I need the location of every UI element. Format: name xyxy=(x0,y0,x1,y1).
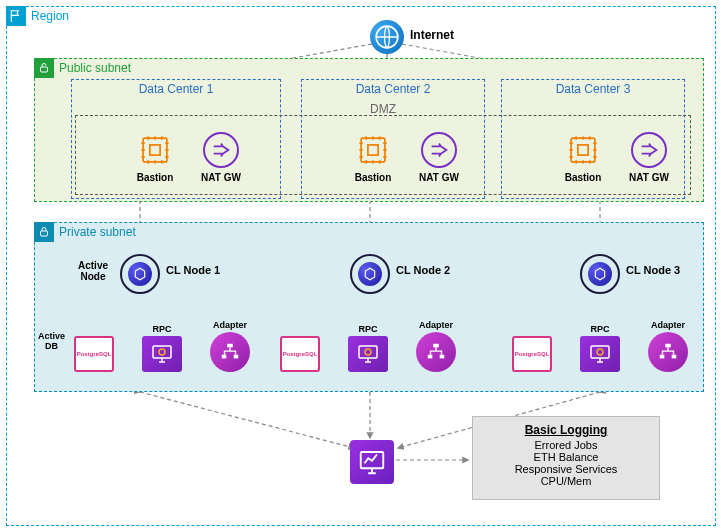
adapter-item: Adapter xyxy=(640,320,696,372)
bastion-icon xyxy=(355,132,391,168)
dmz-group: Bastion NAT GW xyxy=(126,132,250,183)
svg-rect-50 xyxy=(578,145,588,155)
svg-rect-71 xyxy=(433,344,439,348)
dmz-container: DMZ Bastion NAT GW Bastion xyxy=(75,115,691,195)
svg-rect-67 xyxy=(222,355,227,359)
natgw-item: NAT GW xyxy=(192,132,250,183)
logging-item: CPU/Mem xyxy=(481,475,651,487)
rpc-item: RPC xyxy=(572,324,628,372)
bastion-item: Bastion xyxy=(344,132,402,183)
postgres-text: PostgreSQL xyxy=(77,351,112,357)
adapter-item: Adapter xyxy=(408,320,464,372)
adapter-icon xyxy=(210,332,250,372)
adapter-item: Adapter xyxy=(202,320,258,372)
logging-item: ETH Balance xyxy=(481,451,651,463)
rpc-item: RPC xyxy=(340,324,396,372)
bastion-label: Bastion xyxy=(137,172,174,183)
logging-item: Errored Jobs xyxy=(481,439,651,451)
logging-title: Basic Logging xyxy=(481,423,651,437)
natgw-icon xyxy=(421,132,457,168)
natgw-label: NAT GW xyxy=(629,172,669,183)
adapter-icon xyxy=(416,332,456,372)
lock-icon xyxy=(34,222,54,242)
svg-rect-69 xyxy=(359,346,377,358)
natgw-icon xyxy=(203,132,239,168)
postgres-text: PostgreSQL xyxy=(515,351,550,357)
adapter-icon xyxy=(648,332,688,372)
private-subnet-label: Private subnet xyxy=(59,225,136,239)
database-icon: PostgreSQL xyxy=(74,336,114,372)
monitoring-icon xyxy=(350,440,394,484)
monitor-icon xyxy=(580,336,620,372)
svg-rect-64 xyxy=(153,346,171,358)
dmz-group: Bastion NAT GW xyxy=(344,132,468,183)
svg-rect-22 xyxy=(150,145,160,155)
bastion-icon xyxy=(137,132,173,168)
active-node-label: Active Node xyxy=(78,260,108,282)
chainlink-node-icon xyxy=(580,254,620,294)
datacenter-label: Data Center 3 xyxy=(502,80,684,96)
svg-rect-21 xyxy=(143,138,167,162)
database-icon: PostgreSQL xyxy=(280,336,320,372)
natgw-label: NAT GW xyxy=(419,172,459,183)
logging-panel: Basic Logging Errored Jobs ETH Balance R… xyxy=(472,416,660,500)
flag-icon xyxy=(6,6,26,26)
svg-rect-68 xyxy=(234,355,239,359)
svg-point-70 xyxy=(365,349,371,355)
bastion-icon xyxy=(565,132,601,168)
postgres-item: PostgreSQL xyxy=(66,336,122,372)
datacenter-label: Data Center 1 xyxy=(72,80,280,96)
rpc-label: RPC xyxy=(152,324,171,334)
cl-node-label: CL Node 1 xyxy=(166,264,220,276)
svg-rect-49 xyxy=(571,138,595,162)
postgres-text: PostgreSQL xyxy=(283,351,318,357)
adapter-label: Adapter xyxy=(651,320,685,330)
chainlink-node-icon xyxy=(350,254,390,294)
logging-item: Responsive Services xyxy=(481,463,651,475)
dmz-label: DMZ xyxy=(370,102,396,116)
internet-label: Internet xyxy=(410,28,454,42)
svg-rect-63 xyxy=(41,231,48,236)
cl-node-label: CL Node 3 xyxy=(626,264,680,276)
bastion-label: Bastion xyxy=(355,172,392,183)
bastion-item: Bastion xyxy=(554,132,612,183)
public-subnet-container: Public subnet Data Center 1 Data Center … xyxy=(34,58,704,202)
rpc-item: RPC xyxy=(134,324,190,372)
natgw-item: NAT GW xyxy=(620,132,678,183)
postgres-item: PostgreSQL xyxy=(272,336,328,372)
chainlink-node-icon xyxy=(120,254,160,294)
public-subnet-label: Public subnet xyxy=(59,61,131,75)
svg-rect-20 xyxy=(41,67,48,72)
adapter-label: Adapter xyxy=(213,320,247,330)
service-row: PostgreSQL RPC Adapter xyxy=(42,320,258,372)
monitor-icon xyxy=(142,336,182,372)
rpc-label: RPC xyxy=(590,324,609,334)
natgw-label: NAT GW xyxy=(201,172,241,183)
database-icon: PostgreSQL xyxy=(512,336,552,372)
adapter-label: Adapter xyxy=(419,320,453,330)
svg-rect-78 xyxy=(672,355,677,359)
service-row: PostgreSQL RPC Adapter xyxy=(272,320,464,372)
region-label: Region xyxy=(31,9,69,23)
monitor-icon xyxy=(348,336,388,372)
natgw-item: NAT GW xyxy=(410,132,468,183)
cl-node-label: CL Node 2 xyxy=(396,264,450,276)
svg-point-65 xyxy=(159,349,165,355)
bastion-label: Bastion xyxy=(565,172,602,183)
lock-open-icon xyxy=(34,58,54,78)
svg-rect-74 xyxy=(591,346,609,358)
natgw-icon xyxy=(631,132,667,168)
svg-rect-72 xyxy=(428,355,433,359)
datacenter-label: Data Center 2 xyxy=(302,80,484,96)
globe-icon xyxy=(370,20,404,54)
rpc-label: RPC xyxy=(358,324,377,334)
svg-rect-36 xyxy=(368,145,378,155)
bastion-item: Bastion xyxy=(126,132,184,183)
svg-point-75 xyxy=(597,349,603,355)
svg-rect-35 xyxy=(361,138,385,162)
svg-rect-73 xyxy=(440,355,445,359)
svg-rect-76 xyxy=(665,344,671,348)
service-row: PostgreSQL RPC Adapter xyxy=(504,320,696,372)
svg-rect-66 xyxy=(227,344,233,348)
dmz-group: Bastion NAT GW xyxy=(554,132,678,183)
